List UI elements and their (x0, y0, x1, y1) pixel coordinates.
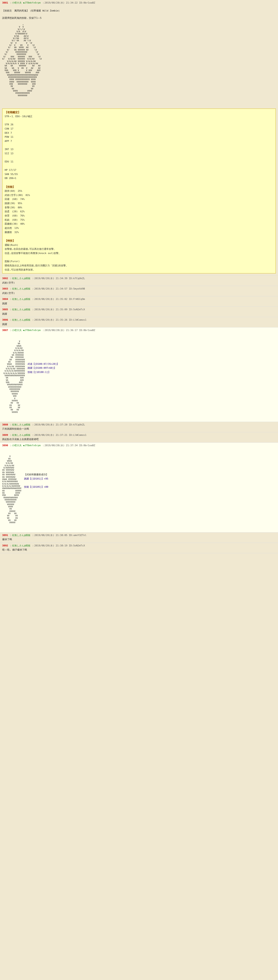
stat-san: SAN 55/55 (5, 172, 273, 177)
post-author: 名無しさん@模板 (12, 308, 30, 311)
post-num: 3882 (2, 277, 8, 280)
post-author: 小橙大夫 ◆JTBmkfv6rpm (12, 444, 41, 447)
roll-jump: 跳躍【[D100:09T<60]】 (28, 366, 56, 369)
skill-hg: 机銃 (60) 75% (5, 218, 273, 222)
post-3882: 3882 ：名無しさん@模板 ：2019/08/28(水) 21:34:39 I… (0, 275, 278, 286)
comment-3891: 爆掉了嗎 (2, 538, 12, 541)
post-num: 3887 (2, 329, 8, 332)
post-num: 3883 (2, 287, 8, 290)
vote-jump3: 跳躍 (2, 323, 7, 326)
post-time: 2019/08/28(水) 21:37:34 (44, 444, 78, 447)
vote-karate: 武術(空手) (2, 282, 15, 284)
comment-3889: 跳起點在天花板上去挑選追蹤者吧 (2, 438, 39, 441)
post-3887: 3887 ：小橙大夫 ◆JTBmkfv6rpm ：2019/08/28(水) 2… (0, 328, 278, 422)
post-author: 小橙大夫 ◆JTBmkfv6rpm (12, 329, 41, 332)
ascii-stats-wrap-2: V VA VAVA V/A/AV V/A/A/AV V/AVVVVAV VA V… (2, 455, 276, 523)
ascii-stats-wrap: V VA VAVA V/A/AV V/A/A/AV V/A/AVVAV VA V… (2, 340, 276, 413)
post-time: 2019/08/28(水) 21:35:26 (34, 318, 67, 321)
roll-jump-result: 跳躍【[1D101]】<95 (24, 477, 48, 480)
post-header: 3887 ：小橙大夫 ◆JTBmkfv6rpm ：2019/08/28(水) 2… (2, 329, 276, 332)
post-id: ID:5oN2mTcX (69, 544, 85, 547)
stat-siz: SIZ 13 (5, 151, 273, 156)
post-id: ID:umnY1ETnl (69, 534, 86, 537)
post-time: 2019/08/28(水) 21:34:39 (34, 277, 67, 280)
status-title: 【初期鑑定】 (5, 110, 273, 115)
post-id: ID:k7CqUkZL (69, 277, 85, 280)
post-3891: 3891 ：名無しさん@模板 ：2019/08/28(水) 21:38:05 I… (0, 533, 278, 543)
zombie-ascii-art-2: V VA VAVA V/A/AV V/A/A/AV V/A/AVVAV VA V… (2, 340, 25, 413)
post-time: 2019/08/28(水) 21:37:21 (34, 434, 67, 436)
post-id: ID:0br1oaBZ (79, 1, 95, 4)
post-header: 3888 ：名無しさん@模板 ：2019/08/28(水) 21:37:20 I… (2, 423, 276, 427)
skill-jump: 跳躍(30) 95% (5, 202, 273, 206)
post-body: V VA VAVA V/A/AV V/A/A/AV V/A/AVVAV VA V… (2, 333, 276, 421)
post-id: ID:k7CqUkZL (69, 423, 85, 426)
post-num: 3885 (2, 308, 8, 311)
post-time: 2019/08/28(水) 21:37:20 (34, 423, 67, 426)
post-author: 名無しさん@模板 (12, 277, 30, 280)
post-num: 3892 (2, 544, 8, 547)
post-id: ID:5oN2mTcX (69, 308, 85, 311)
zombie-ascii-art-1: ↑ V V V/\/\V V/A A\V V/VAAVAV\V V/VA AV\… (2, 24, 276, 97)
stat-str: STR 26 (5, 123, 273, 127)
roll-results-3887: 武道【[D100:07/35<20]】 跳躍【[D100:09T<60]】 技能… (28, 340, 59, 379)
roll-results-3890: 【武術和圖書館成功】 跳躍【[1D101]】<95 技能【[1D105]】<80 (24, 455, 48, 493)
vote-karate2: 武術(空手) (2, 292, 15, 294)
post-time: 2019/08/28(水) 21:35:09 (34, 308, 67, 311)
post-author: 名無しさん@模板 (12, 318, 30, 321)
post-3881: 3881 ：小橙大夫 ◆JTBmkfv6rpm ：2019/08/28(水) 2… (0, 0, 278, 275)
post-num: 3890 (2, 444, 8, 447)
thread: 3881 ：小橙大夫 ◆JTBmkfv6rpm ：2019/08/28(水) 2… (0, 0, 278, 553)
post-3886: 3886 ：名無しさん@模板 ：2019/08/28(水) 21:35:26 I… (0, 317, 278, 328)
post-body: 爆掉了嗎 (2, 538, 276, 541)
trait-furor-title: 怒駆(Furor) (5, 259, 273, 264)
stat-int: INT 13 (5, 147, 273, 151)
comment-3892: 唔～唔, 鶬子爆掉了嗎 (2, 548, 27, 551)
post-header: 3881 ：小橙大夫 ◆JTBmkfv6rpm ：2019/08/28(水) 2… (2, 1, 276, 5)
trait-rush-title: 通駆(Rush) (5, 243, 273, 247)
post-time: 2019/08/28(水) 21:34:57 (34, 287, 67, 290)
stat-app: APP 7 (5, 139, 273, 143)
roll-martial: 武道【[D100:07/35<20]】 (28, 363, 59, 366)
post-3884: 3884 ：名無しさん@模板 ：2019/08/28(水) 21:35:02 I… (0, 296, 278, 307)
post-instruction: 請選擇想副死鬼的技能，安値下1～5 (2, 17, 41, 19)
roll-status-label: 【武術和圖書館成功】 (24, 473, 48, 476)
post-id: ID:LlWCamos1 (69, 318, 86, 321)
post-title-line: 【依頼主 萬閃的死鬼】（狂野僵屍 Wild Zombie） (2, 9, 61, 12)
skill-grapple: 拿擊(30) 80% (5, 206, 273, 210)
post-author: 名無しさん@模板 (12, 287, 30, 290)
skill-judo: 捨柔 (20) 62% (5, 210, 273, 214)
trait-rush-desc2: 但是,這招攻擊不能進行再整算(knock out)攻擊。 (5, 251, 273, 256)
post-header: 3889 ：名無しさん@模板 ：2019/08/28(水) 21:37:21 I… (2, 433, 276, 437)
post-header: 3891 ：名無しさん@模板 ：2019/08/28(水) 21:38:05 I… (2, 534, 276, 537)
post-3892: 3892 ：名無しさん@模板 ：2019/08/28(水) 21:38:19 I… (0, 543, 278, 553)
post-author: 名無しさん@模板 (12, 298, 30, 301)
post-time: 2019/08/28(水) 21:35:02 (34, 298, 67, 301)
post-author: 名無しさん@模板 (12, 434, 30, 436)
post-time: 2019/08/28(水) 21:36:17 (44, 329, 78, 332)
post-3889: 3889 ：名無しさん@模板 ：2019/08/28(水) 21:37:21 I… (0, 432, 278, 443)
skill-library2: 圖書館 32% (5, 231, 273, 235)
skill-library: 図書館(30) 40% (5, 222, 273, 226)
post-header: 3883 ：名無しさん@模板 ：2019/08/28(水) 21:34:57 I… (2, 287, 276, 291)
post-num: 3884 (2, 298, 8, 301)
stat-pow: POW 11 (5, 135, 273, 139)
post-body: 跳躍 (2, 323, 276, 326)
status-box-3881: 【初期鑑定】 STR＋1、EDU－18が補正 STR 26 CON 17 DEX… (2, 108, 276, 274)
stat-edu: EDU 11 (5, 160, 273, 164)
post-body: 唔～唔, 鶬子爆掉了嗎 (2, 548, 276, 552)
post-body: 跳躍 (2, 302, 276, 305)
skill-athletics: 体育 (60) 76% (5, 214, 273, 218)
post-author: 名無しさん@模板 (12, 423, 30, 426)
roll-skill-result: 技能【[1D105]】<80 (24, 485, 48, 488)
post-3885: 3885 ：名無しさん@模板 ：2019/08/28(水) 21:35:09 I… (0, 307, 278, 317)
post-id: ID:FrWSCq9m (69, 298, 85, 301)
post-id: ID:0br1oaBZ (79, 444, 95, 447)
post-author: 小橙大夫 ◆JTBmkfv6rpm (12, 1, 41, 4)
post-num: 3888 (2, 423, 8, 426)
post-author: 名無しさん@模板 (12, 534, 30, 537)
post-header: 3885 ：名無しさん@模板 ：2019/08/28(水) 21:35:09 I… (2, 308, 276, 312)
roll-skill: 技能【[1D100:1]】 (28, 371, 51, 374)
skill-karate: 武術(空手)(80) 81% (5, 193, 273, 197)
post-time: 2019/08/28(水) 21:34:22 (44, 1, 78, 4)
